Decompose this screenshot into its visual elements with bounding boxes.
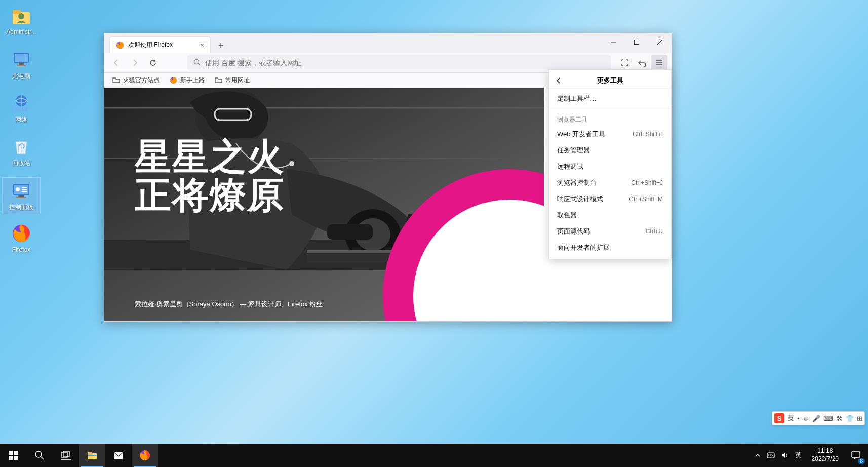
folder-icon [112,76,120,84]
hero-line-2: 正将燎原 [135,176,285,215]
svg-rect-52 [9,451,13,455]
task-view-button[interactable] [53,444,79,467]
taskbar-clock[interactable]: 11:18 2022/7/20 [807,447,844,463]
reload-button[interactable] [145,55,161,71]
menu-item-shortcut: Ctrl+Shift+I [633,131,663,138]
maximize-button[interactable] [625,33,648,51]
bookmark-official[interactable]: 火狐官方站点 [108,74,164,87]
menu-item-label: 定制工具栏… [557,94,597,103]
new-tab-button[interactable]: + [214,38,228,53]
menu-item-label: 取色器 [557,211,577,220]
menu-item-taskmgr[interactable]: 任务管理器 [549,142,671,159]
ime-skin-icon[interactable]: 👕 [846,415,854,422]
menu-item-shortcut: Ctrl+U [646,228,663,235]
hero-caption: 索拉娅·奥索里奥（Soraya Osorio） — 家具设计师、Firefox … [135,300,323,309]
menu-back-button[interactable] [555,77,562,84]
desktop-icon-recycle-bin[interactable]: 回收站 [2,134,41,170]
svg-rect-63 [88,455,97,456]
ime-mic-icon[interactable]: 🎤 [812,415,820,422]
action-center-button[interactable]: 8 [844,444,868,467]
svg-rect-70 [852,452,860,457]
tab-close-button[interactable]: × [200,41,204,49]
taskbar-explorer-button[interactable] [79,444,105,467]
menu-item-label: 面向开发者的扩展 [557,243,610,252]
bookmark-getting-started[interactable]: 新手上路 [166,74,209,87]
svg-point-56 [35,451,42,457]
url-bar[interactable] [187,55,611,71]
browser-tab[interactable]: 欢迎使用 Firefox × [109,36,211,53]
tray-volume-icon[interactable] [781,451,789,459]
desktop-icon-firefox[interactable]: Firefox [2,221,41,255]
ime-grid-icon[interactable]: ⊞ [857,415,862,422]
taskbar-mail-button[interactable] [105,444,132,467]
tray-ime-lang[interactable]: 英 [795,451,802,460]
firefox-favicon-icon [170,76,177,84]
sogou-logo-icon[interactable]: S [774,413,784,423]
menu-item-devtools[interactable]: Web 开发者工具 Ctrl+Shift+I [549,126,671,142]
firefox-favicon-icon [116,41,124,49]
ime-lang[interactable]: 英 [787,414,794,423]
bookmark-label: 新手上路 [180,76,205,85]
svg-rect-55 [14,456,18,460]
svg-rect-17 [16,197,26,198]
menu-item-responsive[interactable]: 响应式设计模式 Ctrl+Shift+M [549,191,671,207]
window-controls [602,33,672,51]
desktop-icon-this-pc[interactable]: 此电脑 [2,47,41,83]
desktop-icon-network[interactable]: 网络 [2,90,41,126]
svg-rect-4 [15,54,28,62]
bookmark-common[interactable]: 常用网址 [211,74,254,87]
svg-rect-9 [22,107,28,111]
tab-bar: 欢迎使用 Firefox × + [104,33,672,53]
desktop-icon-administrator[interactable]: Administr... [2,3,41,37]
desktop-icon-label: Firefox [4,246,38,253]
svg-rect-16 [18,195,24,197]
desktop-icon-control-panel[interactable]: 控制面板 [2,177,41,214]
app-menu-button[interactable] [651,55,667,71]
menu-header: 更多工具 [549,73,671,89]
recycle-bin-icon [11,136,32,157]
hero-title: 星星之火 正将燎原 [135,138,285,214]
forward-button[interactable] [127,55,143,71]
svg-rect-1 [13,10,21,14]
menu-item-browser-console[interactable]: 浏览器控制台 Ctrl+Shift+J [549,175,671,191]
undo-close-button[interactable] [634,55,650,71]
ime-tool-icon[interactable]: 🛠 [836,415,843,422]
menu-item-label: 任务管理器 [557,146,590,155]
network-icon [11,92,32,113]
svg-rect-6 [17,65,26,66]
start-button[interactable] [0,444,26,467]
menu-item-eyedropper[interactable]: 取色器 [549,207,671,223]
menu-separator [549,109,671,109]
desktop-icon-label: 回收站 [4,159,38,168]
tray-overflow-button[interactable] [755,452,761,458]
menu-item-label: Web 开发者工具 [557,130,605,139]
taskbar-search-button[interactable] [26,444,53,467]
ime-keyboard-icon[interactable]: ⌨ [823,415,833,422]
menu-item-customize[interactable]: 定制工具栏… [549,91,671,107]
ime-emoji-icon[interactable]: ☺ [803,415,809,422]
close-window-button[interactable] [648,33,672,51]
svg-point-2 [18,13,24,19]
svg-rect-8 [15,107,21,111]
menu-section-label: 浏览器工具 [549,111,671,126]
hero-line-1: 星星之火 [135,138,285,176]
screenshot-button[interactable] [617,55,633,71]
svg-line-25 [199,64,201,66]
menu-item-label: 页面源代码 [557,227,590,236]
back-button[interactable] [108,55,125,71]
svg-line-57 [41,457,44,459]
menu-item-view-source[interactable]: 页面源代码 Ctrl+U [549,223,671,240]
system-tray: 英 11:18 2022/7/20 8 [749,444,868,467]
bookmark-label: 火狐官方站点 [123,76,160,85]
url-input[interactable] [205,59,605,67]
svg-line-69 [772,454,773,456]
tray-ime-icon[interactable] [767,451,775,459]
minimize-button[interactable] [602,33,625,51]
menu-item-remote-debug[interactable]: 远程调试 [549,159,671,175]
user-folder-icon [11,5,32,26]
taskbar-firefox-button[interactable] [132,444,158,467]
menu-item-dev-ext[interactable]: 面向开发者的扩展 [549,240,671,256]
ime-toolbar[interactable]: S 英 • ☺ 🎤 ⌨ 🛠 👕 ⊞ [772,411,865,425]
firefox-icon [11,223,32,244]
menu-item-shortcut: Ctrl+Shift+M [629,196,663,203]
